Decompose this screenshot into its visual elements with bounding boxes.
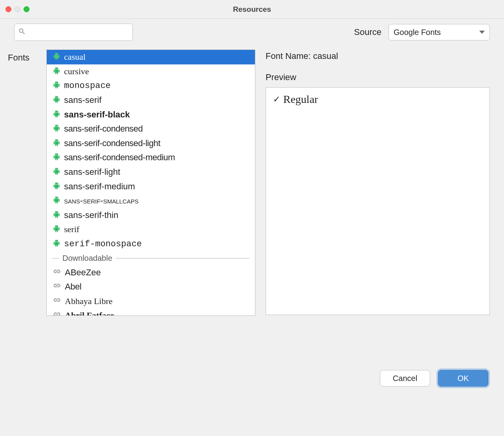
font-item-label: Abril Fatface <box>65 310 114 315</box>
android-icon <box>53 95 60 105</box>
font-item[interactable]: sans-serif-medium <box>47 179 255 194</box>
window-minimize <box>15 6 20 12</box>
font-item-label: sans-serif-smallcaps <box>64 196 139 206</box>
font-item[interactable]: serif <box>47 222 255 237</box>
font-item-label: ABeeZee <box>65 267 101 278</box>
font-item-label: sans-serif <box>64 95 101 105</box>
ok-button[interactable]: OK <box>438 370 488 387</box>
font-item-label: sans-serif-black <box>64 110 130 120</box>
source-select[interactable]: Google Fonts <box>389 24 490 40</box>
android-icon <box>53 152 60 163</box>
window-title: Resources <box>233 5 271 14</box>
font-item[interactable]: monospace <box>47 79 255 93</box>
font-item[interactable]: sans-serif-thin <box>47 208 255 223</box>
preview-variant-label: Regular <box>283 93 318 106</box>
font-item-label: sans-serif-light <box>64 167 120 177</box>
font-item[interactable]: Abhaya Libre <box>47 294 255 309</box>
font-item[interactable]: sans-serif-condensed <box>47 122 255 136</box>
android-icon <box>53 52 60 62</box>
android-icon <box>53 181 60 192</box>
font-item-label: sans-serif-condensed-light <box>64 138 160 148</box>
font-item[interactable]: sans-serif-black <box>47 107 255 122</box>
traffic-lights <box>0 6 29 12</box>
android-icon <box>53 110 60 120</box>
android-icon <box>53 81 60 91</box>
preview-label: Preview <box>266 72 490 82</box>
font-item[interactable]: sans-serif-condensed-light <box>47 136 255 151</box>
android-icon <box>53 196 60 206</box>
android-icon <box>53 66 60 77</box>
font-item[interactable]: sans-serif-light <box>47 165 255 180</box>
font-item-label: serif <box>64 224 79 234</box>
font-item-label: sans-serif-condensed-medium <box>64 152 175 163</box>
window-maximize[interactable] <box>24 6 29 12</box>
font-list-scroll[interactable]: casualcursivemonospacesans-serifsans-ser… <box>47 50 255 315</box>
font-item-label: monospace <box>64 81 111 91</box>
font-item-label: serif-monospace <box>64 239 142 249</box>
font-item-label: casual <box>64 52 86 62</box>
font-item[interactable]: casual <box>47 50 255 64</box>
font-item-label: cursive <box>64 66 89 77</box>
android-icon <box>53 167 60 177</box>
android-icon <box>53 124 60 134</box>
android-icon <box>53 224 60 234</box>
font-item-label: sans-serif-medium <box>64 181 135 192</box>
font-item-label: Abhaya Libre <box>65 296 113 306</box>
source-selected-value: Google Fonts <box>394 28 441 37</box>
link-icon <box>53 282 61 292</box>
font-item[interactable]: sans-serif-smallcaps <box>47 194 255 208</box>
divider-label: Downloadable <box>62 254 112 263</box>
font-name-label: Font Name: casual <box>266 49 490 61</box>
link-icon <box>53 296 61 306</box>
font-item[interactable]: ABeeZee <box>47 265 255 280</box>
link-icon <box>53 267 61 278</box>
search-icon <box>18 27 26 37</box>
chevron-down-icon <box>479 31 485 34</box>
titlebar: Resources <box>0 0 504 19</box>
font-item[interactable]: Abel <box>47 280 255 294</box>
preview-box: ✓ Regular <box>266 87 490 315</box>
font-list: casualcursivemonospacesans-serifsans-ser… <box>46 49 255 316</box>
font-item-label: sans-serif-condensed <box>64 124 143 134</box>
font-item[interactable]: Abril Fatface <box>47 308 255 315</box>
source-label: Source <box>354 27 381 37</box>
window-close[interactable] <box>5 6 11 12</box>
font-item[interactable]: sans-serif-condensed-medium <box>47 150 255 165</box>
section-divider: Downloadable <box>47 251 255 265</box>
link-icon <box>53 310 61 315</box>
android-icon <box>53 210 60 220</box>
fonts-label: Fonts <box>8 49 38 316</box>
cancel-button[interactable]: Cancel <box>380 370 430 387</box>
font-item-label: sans-serif-thin <box>64 210 118 220</box>
preview-variant[interactable]: ✓ Regular <box>273 93 482 106</box>
android-icon <box>53 138 60 148</box>
font-item[interactable]: serif-monospace <box>47 237 255 251</box>
android-icon <box>53 239 60 249</box>
font-item-label: Abel <box>65 282 81 292</box>
check-icon: ✓ <box>273 94 280 104</box>
font-item[interactable]: cursive <box>47 64 255 79</box>
font-item[interactable]: sans-serif <box>47 93 255 108</box>
search-input[interactable] <box>14 24 133 41</box>
